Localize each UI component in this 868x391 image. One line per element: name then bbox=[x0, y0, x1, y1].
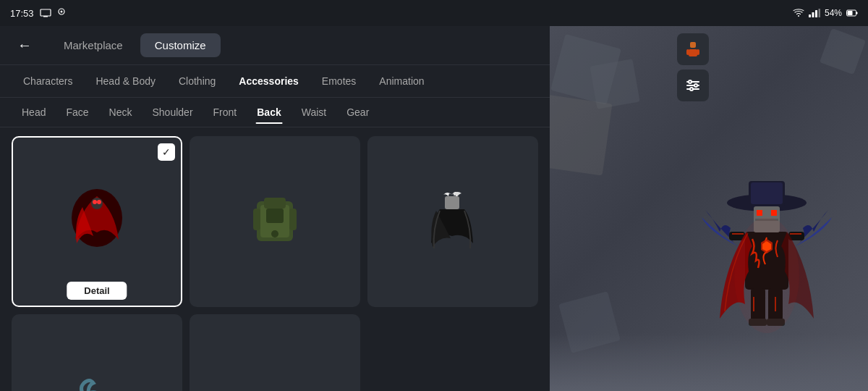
svg-rect-43 bbox=[697, 49, 699, 55]
tab-accessories[interactable]: Accessories bbox=[227, 70, 310, 93]
item-card-4[interactable] bbox=[12, 314, 182, 391]
subtab-gear[interactable]: Gear bbox=[336, 101, 379, 124]
battery-percent: 54% bbox=[825, 8, 842, 18]
subtab-shoulder[interactable]: Shoulder bbox=[142, 101, 203, 124]
item-image-2 bbox=[207, 154, 344, 290]
side-icons bbox=[677, 33, 709, 101]
svg-point-3 bbox=[60, 11, 62, 13]
item-image-5 bbox=[207, 332, 344, 391]
svg-rect-20 bbox=[289, 209, 297, 230]
tab-customize[interactable]: Customize bbox=[140, 33, 221, 57]
svg-rect-1 bbox=[43, 16, 48, 17]
left-panel: ← Marketplace Customize Characters Head … bbox=[0, 26, 550, 391]
item-card-2[interactable] bbox=[190, 136, 360, 307]
sub-tabs: Head Face Neck Shoulder Front Back Waist… bbox=[0, 98, 550, 127]
character-preview bbox=[694, 159, 839, 377]
tab-marketplace[interactable]: Marketplace bbox=[49, 33, 137, 57]
subtab-waist[interactable]: Waist bbox=[292, 101, 336, 124]
items-grid: ✓ Detail bbox=[12, 136, 538, 391]
svg-rect-41 bbox=[689, 49, 697, 56]
right-panel bbox=[550, 26, 868, 391]
svg-point-68 bbox=[734, 217, 799, 333]
svg-rect-42 bbox=[686, 49, 689, 55]
svg-point-48 bbox=[694, 84, 697, 87]
svg-rect-40 bbox=[690, 42, 696, 48]
svg-rect-22 bbox=[445, 196, 459, 209]
svg-rect-10 bbox=[856, 12, 858, 14]
back-button[interactable]: ← bbox=[12, 34, 38, 56]
svg-point-12 bbox=[91, 198, 103, 209]
svg-point-14 bbox=[97, 200, 101, 204]
subtab-back[interactable]: Back bbox=[247, 101, 291, 124]
svg-rect-6 bbox=[815, 10, 817, 17]
svg-rect-9 bbox=[848, 11, 853, 15]
signal-icon bbox=[809, 9, 820, 17]
selected-checkmark: ✓ bbox=[158, 143, 175, 161]
svg-rect-5 bbox=[812, 12, 814, 17]
screen-icon bbox=[40, 9, 51, 17]
svg-rect-17 bbox=[264, 198, 286, 209]
item-card-3[interactable] bbox=[367, 136, 538, 307]
svg-point-49 bbox=[690, 88, 693, 91]
item-card-5[interactable] bbox=[190, 314, 360, 391]
top-nav: ← Marketplace Customize bbox=[0, 26, 550, 65]
svg-rect-4 bbox=[809, 14, 811, 17]
item-image-3 bbox=[385, 154, 522, 290]
tab-emotes[interactable]: Emotes bbox=[310, 70, 367, 93]
tab-characters[interactable]: Characters bbox=[12, 70, 84, 93]
svg-rect-52 bbox=[751, 182, 783, 204]
battery-icon bbox=[846, 9, 858, 17]
svg-point-13 bbox=[93, 200, 97, 204]
items-area: ✓ Detail bbox=[0, 127, 550, 391]
subtab-neck[interactable]: Neck bbox=[99, 101, 142, 124]
subtab-front[interactable]: Front bbox=[203, 101, 247, 124]
status-right: 54% bbox=[793, 8, 858, 18]
wifi-icon bbox=[793, 9, 804, 17]
main-layout: ← Marketplace Customize Characters Head … bbox=[0, 26, 868, 391]
item-image-1 bbox=[30, 154, 164, 289]
subtab-face[interactable]: Face bbox=[56, 101, 98, 124]
tab-animation[interactable]: Animation bbox=[367, 70, 435, 93]
tab-clothing[interactable]: Clothing bbox=[167, 70, 227, 93]
filter-icon-button[interactable] bbox=[677, 70, 709, 101]
svg-point-47 bbox=[689, 80, 692, 83]
svg-rect-7 bbox=[818, 9, 820, 17]
category-tabs: Characters Head & Body Clothing Accessor… bbox=[0, 65, 550, 98]
svg-rect-18 bbox=[266, 209, 284, 223]
svg-rect-55 bbox=[757, 210, 762, 216]
status-left: 17:53 bbox=[10, 8, 66, 19]
item-card-1[interactable]: ✓ Detail bbox=[12, 136, 182, 307]
svg-rect-56 bbox=[771, 210, 777, 216]
svg-rect-19 bbox=[253, 209, 260, 230]
status-bar: 17:53 54% bbox=[0, 0, 868, 26]
svg-rect-0 bbox=[41, 9, 51, 16]
avatar-icon-button[interactable] bbox=[677, 33, 709, 65]
tab-headbody[interactable]: Head & Body bbox=[84, 70, 167, 93]
location-icon bbox=[57, 8, 66, 18]
subtab-head[interactable]: Head bbox=[12, 101, 56, 124]
item-image-4 bbox=[29, 332, 166, 391]
nav-tabs: Marketplace Customize bbox=[49, 33, 221, 57]
svg-point-21 bbox=[271, 230, 278, 237]
detail-button[interactable]: Detail bbox=[67, 282, 127, 300]
time-display: 17:53 bbox=[10, 8, 34, 19]
